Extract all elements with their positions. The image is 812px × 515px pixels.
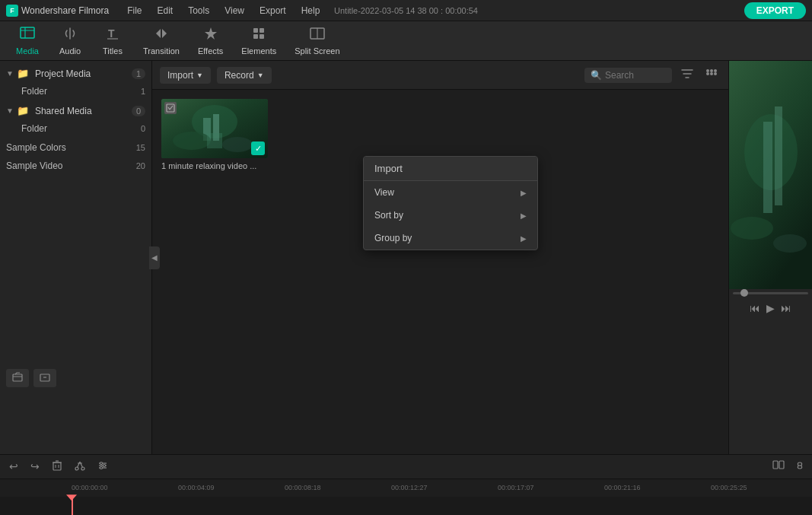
media-thumbnail: ✓: [161, 99, 268, 158]
svg-point-15: [714, 69, 717, 72]
cut-button[interactable]: [72, 459, 88, 475]
sample-colors-count: 15: [136, 143, 145, 152]
magnet-button[interactable]: [772, 460, 785, 473]
menu-tools[interactable]: Tools: [185, 4, 212, 17]
shared-media-count: 0: [132, 106, 145, 116]
search-input[interactable]: [605, 70, 666, 81]
media-icon: [20, 27, 35, 44]
context-menu-view-arrow: ▶: [521, 189, 527, 197]
svg-rect-5: [260, 28, 264, 33]
remove-folder-button[interactable]: [33, 369, 56, 387]
svg-rect-34: [775, 106, 782, 205]
timeline-track[interactable]: [0, 497, 812, 515]
context-menu-sortby[interactable]: Sort by ▶: [364, 204, 537, 227]
toolbar-audio[interactable]: Audio: [49, 24, 91, 59]
effects-label: Effects: [198, 46, 223, 56]
link-button[interactable]: [794, 461, 806, 472]
shared-media-header[interactable]: ▼ 📁 Shared Media 0: [0, 101, 151, 120]
svg-point-24: [173, 132, 211, 150]
context-menu-groupby-arrow: ▶: [521, 234, 527, 243]
toolbar-media[interactable]: Media: [6, 24, 49, 59]
add-folder-button[interactable]: [6, 369, 29, 387]
sample-colors-label: Sample Colors: [6, 142, 66, 153]
ruler-mark-2: 00:00:08:18: [285, 484, 391, 491]
transition-icon: [154, 27, 169, 44]
svg-rect-0: [21, 27, 34, 38]
media-grid: ✓ 1 minute relaxing video ...: [152, 90, 728, 454]
context-menu-groupby[interactable]: Group by ▶: [364, 227, 537, 250]
app-logo: F: [6, 5, 18, 17]
filter-button[interactable]: [678, 67, 696, 83]
media-item[interactable]: ✓ 1 minute relaxing video ...: [161, 99, 268, 170]
project-media-folder[interactable]: Folder 1: [0, 83, 151, 100]
record-label: Record: [224, 70, 254, 81]
svg-marker-3: [205, 27, 217, 40]
svg-rect-26: [207, 133, 222, 148]
sample-colors-item[interactable]: Sample Colors 15: [0, 138, 151, 157]
menu-view[interactable]: View: [221, 4, 247, 17]
redo-button[interactable]: ↪: [27, 459, 43, 474]
grid-view-button[interactable]: [702, 67, 721, 83]
preview-panel: ⏮ ▶ ⏭: [728, 61, 812, 454]
toolbar-effects[interactable]: Effects: [189, 24, 232, 59]
svg-rect-53: [773, 461, 778, 469]
preview-progress-bar[interactable]: [733, 292, 807, 294]
toolbar-elements[interactable]: Elements: [232, 24, 285, 59]
svg-point-16: [706, 72, 709, 75]
content-area: Import ▼ Record ▼ 🔍: [152, 61, 728, 454]
svg-rect-33: [763, 122, 772, 213]
context-menu-header: Import: [364, 157, 537, 181]
window-title: Untitle-2022-03-05 14 38 00 : 00:00:54: [334, 6, 478, 15]
record-button[interactable]: Record ▼: [217, 67, 272, 84]
toolbar-transition[interactable]: Transition: [134, 24, 189, 59]
project-media-folder-label: Folder: [21, 86, 47, 97]
elements-label: Elements: [241, 46, 276, 56]
project-media-section: ▼ 📁 Project Media 1 Folder 1: [0, 64, 151, 100]
svg-rect-4: [253, 28, 258, 33]
app-name: Wondershare Filmora: [21, 5, 109, 16]
title-bar: F Wondershare Filmora File Edit Tools Vi…: [0, 0, 812, 21]
svg-point-36: [773, 234, 807, 253]
import-label: Import: [167, 70, 193, 81]
context-menu-view[interactable]: View ▶: [364, 181, 537, 204]
toolbar-splitscreen[interactable]: Split Screen: [285, 24, 349, 59]
search-box: 🔍: [584, 68, 672, 83]
svg-point-35: [731, 217, 773, 240]
menu-edit[interactable]: Edit: [154, 4, 177, 17]
undo-button[interactable]: ↩: [6, 459, 21, 474]
preview-image: [729, 61, 812, 289]
menu-help[interactable]: Help: [298, 4, 323, 17]
project-media-folder-icon: 📁: [17, 68, 29, 79]
svg-point-18: [714, 72, 717, 75]
content-toolbar: Import ▼ Record ▼ 🔍: [152, 61, 728, 90]
svg-point-13: [706, 69, 709, 72]
svg-point-25: [222, 137, 253, 152]
shared-media-folder-label: Folder: [21, 123, 47, 134]
shared-media-folder[interactable]: Folder 0: [0, 120, 151, 137]
svg-line-44: [78, 462, 81, 468]
svg-rect-54: [779, 461, 784, 469]
svg-line-29: [170, 106, 173, 110]
export-button[interactable]: EXPORT: [744, 2, 806, 19]
preview-play-button[interactable]: ▶: [766, 302, 775, 314]
menu-file[interactable]: File: [124, 4, 145, 17]
shared-media-chevron: ▼: [6, 106, 14, 115]
preview-prev-button[interactable]: ⏮: [750, 302, 760, 314]
menu-export[interactable]: Export: [256, 4, 289, 17]
media-select-checkbox[interactable]: [164, 102, 177, 114]
delete-button[interactable]: [49, 458, 65, 475]
effects-icon: [204, 27, 218, 44]
settings-button[interactable]: [94, 459, 111, 475]
import-button[interactable]: Import ▼: [160, 67, 211, 84]
ruler-mark-1: 00:00:04:09: [178, 484, 285, 491]
timeline-toolbar: ↩ ↪: [0, 455, 812, 479]
preview-progress-handle[interactable]: [740, 289, 748, 297]
project-media-header[interactable]: ▼ 📁 Project Media 1: [0, 64, 151, 83]
svg-point-17: [710, 72, 713, 75]
svg-rect-10: [13, 374, 22, 381]
toolbar-titles[interactable]: T Titles: [91, 24, 134, 59]
menu-bar: File Edit Tools View Export Help: [124, 4, 323, 17]
preview-next-button[interactable]: ⏭: [781, 302, 791, 314]
sample-video-item[interactable]: Sample Video 20: [0, 157, 151, 175]
sidebar-collapse-button[interactable]: ◀: [149, 246, 160, 269]
